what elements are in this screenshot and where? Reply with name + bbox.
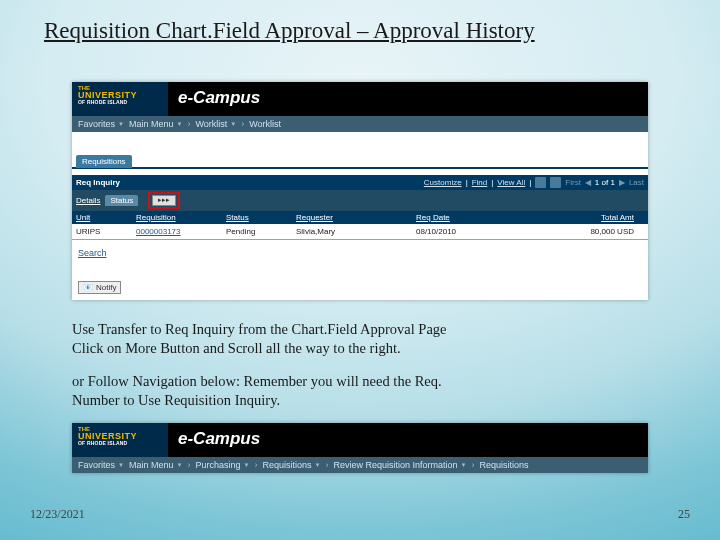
chevron-down-icon: ▼ [314, 462, 320, 468]
notify-icon: 📧 [83, 283, 93, 292]
crumb-review[interactable]: Review Requisition Information▼ [333, 460, 466, 470]
ecampus-brand-2: e-Campus [168, 423, 648, 457]
col-totalamt[interactable]: Total Amt [516, 213, 644, 222]
column-headers: Unit Requisition Status Requester Req Da… [72, 211, 648, 224]
crumb-worklist[interactable]: Worklist▼ [195, 119, 236, 129]
breadcrumb-top: Favorites▼ Main Menu▼ › Worklist▼ › Work… [72, 116, 648, 132]
find-link[interactable]: Find [472, 178, 488, 187]
cell-unit: URIPS [76, 227, 136, 236]
ecampus-brand: e-Campus [168, 82, 648, 116]
crumb-requisitions[interactable]: Requisitions▼ [262, 460, 320, 470]
req-inquiry-bar: Req Inquiry Customize | Find | View All … [72, 175, 648, 190]
slide-footer: 12/23/2021 25 [30, 507, 690, 522]
campus-header-2: THE UNIVERSITY OF RHODE ISLAND e-Campus [72, 423, 648, 457]
chevron-down-icon: ▼ [230, 121, 236, 127]
uri-logo: THE UNIVERSITY OF RHODE ISLAND [72, 82, 168, 116]
table-row: URIPS 0000003173 Pending Silvia,Mary 08/… [72, 224, 648, 240]
cell-reqdate: 08/10/2010 [416, 227, 516, 236]
download-icon[interactable] [550, 177, 561, 188]
col-requisition[interactable]: Requisition [136, 213, 226, 222]
col-reqdate[interactable]: Req Date [416, 213, 516, 222]
chevron-down-icon: ▼ [118, 462, 124, 468]
prev-icon[interactable]: ◀ [585, 178, 591, 187]
instruction-block: Use Transfer to Req Inquiry from the Cha… [72, 320, 648, 409]
crumb-worklist2[interactable]: Worklist [249, 119, 281, 129]
cell-totalamt: 80,000 USD [516, 227, 644, 236]
col-unit[interactable]: Unit [76, 213, 136, 222]
crumb-mainmenu-2[interactable]: Main Menu▼ [129, 460, 182, 470]
more-highlight: ▸▸▸ [148, 192, 180, 209]
search-link[interactable]: Search [72, 246, 648, 260]
req-inquiry-label: Req Inquiry [76, 178, 120, 187]
cell-requisition[interactable]: 0000003173 [136, 227, 226, 236]
pager-text: 1 of 1 [595, 178, 615, 187]
tab-requisitions[interactable]: Requisitions [76, 155, 132, 168]
col-requester[interactable]: Requester [296, 213, 416, 222]
grid-icon[interactable] [535, 177, 546, 188]
chevron-down-icon: ▼ [460, 462, 466, 468]
subtab-row: Details Status ▸▸▸ [72, 190, 648, 211]
viewall-link[interactable]: View All [497, 178, 525, 187]
last-link[interactable]: Last [629, 178, 644, 187]
more-button[interactable]: ▸▸▸ [152, 195, 176, 206]
crumb-favorites[interactable]: Favorites▼ [78, 119, 124, 129]
chevron-down-icon: ▼ [177, 462, 183, 468]
cell-status: Pending [226, 227, 296, 236]
campus-header: THE UNIVERSITY OF RHODE ISLAND e-Campus [72, 82, 648, 116]
col-status[interactable]: Status [226, 213, 296, 222]
next-icon[interactable]: ▶ [619, 178, 625, 187]
notify-button[interactable]: 📧 Notify [78, 281, 121, 294]
breadcrumb-bottom: Favorites▼ Main Menu▼ › Purchasing▼ › Re… [72, 457, 648, 473]
crumb-requisitions-2[interactable]: Requisitions [479, 460, 528, 470]
footer-date: 12/23/2021 [30, 507, 85, 522]
uri-logo-2: THE UNIVERSITY OF RHODE ISLAND [72, 423, 168, 457]
first-link[interactable]: First [565, 178, 581, 187]
crumb-purchasing[interactable]: Purchasing▼ [195, 460, 249, 470]
footer-page: 25 [678, 507, 690, 522]
chevron-down-icon: ▼ [118, 121, 124, 127]
cell-requester: Silvia,Mary [296, 227, 416, 236]
customize-link[interactable]: Customize [424, 178, 462, 187]
slide-title: Requisition Chart.Field Approval – Appro… [0, 0, 720, 52]
chevron-down-icon: ▼ [177, 121, 183, 127]
tab-status[interactable]: Status [105, 195, 138, 206]
screenshot-top: THE UNIVERSITY OF RHODE ISLAND e-Campus … [72, 82, 648, 300]
screenshot-bottom: THE UNIVERSITY OF RHODE ISLAND e-Campus … [72, 423, 648, 473]
crumb-mainmenu[interactable]: Main Menu▼ [129, 119, 182, 129]
crumb-favorites-2[interactable]: Favorites▼ [78, 460, 124, 470]
tab-details[interactable]: Details [76, 196, 100, 205]
chevron-down-icon: ▼ [243, 462, 249, 468]
